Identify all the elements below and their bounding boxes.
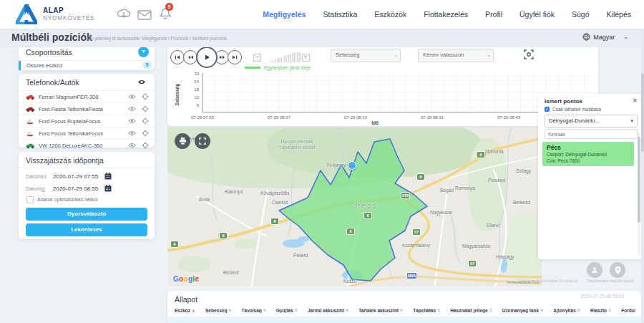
locate-icon[interactable] xyxy=(142,117,149,125)
column-header[interactable]: Jármű akkuszint⇅ xyxy=(308,308,348,313)
visible-only-label: Csak láthatók mutatása xyxy=(552,107,601,112)
eye-icon[interactable] xyxy=(128,94,136,100)
result-address: Cím: Pécs 7600 xyxy=(547,158,580,163)
nav-ugyfel-fiok[interactable]: Ügyfél fiók xyxy=(519,10,555,19)
map-label: Nagykozár xyxy=(430,210,452,215)
map-fullscreen-button[interactable] xyxy=(195,133,210,149)
nav-statisztika[interactable]: Statisztika xyxy=(323,10,357,19)
rewind-button[interactable] xyxy=(183,50,197,64)
close-icon[interactable]: × xyxy=(633,97,637,105)
device-select[interactable]: Kérem válasszon ⌄ xyxy=(418,49,494,62)
result-group: Csoport: Délnyugat-Dunántúl xyxy=(547,152,607,157)
map-print-button[interactable] xyxy=(175,133,190,149)
column-header[interactable]: Sebesség⇅ xyxy=(205,308,232,313)
locate-icon[interactable] xyxy=(142,93,149,100)
nav-sugo[interactable]: Súgó xyxy=(572,10,590,19)
breadcrumb: Ön jelenleg itt tartózkodik: Megfigyelés… xyxy=(87,36,227,41)
column-header[interactable]: Üzemanyag tank⇅ xyxy=(502,308,544,313)
nav-kilepes[interactable]: Kilépés xyxy=(607,10,631,19)
page-scrollbar-thumb[interactable] xyxy=(641,73,644,152)
optimize-checkbox[interactable] xyxy=(26,196,34,203)
quick-select-button[interactable]: Gyorsválasztó xyxy=(26,208,147,221)
region-select[interactable]: Délnyugat-Dunántú... ▾ xyxy=(545,115,638,127)
calendar-icon[interactable] xyxy=(104,185,112,192)
eye-icon[interactable] xyxy=(128,143,136,148)
location-pin-icon[interactable] xyxy=(610,262,625,278)
column-header[interactable]: Ajtónyitás⇅ xyxy=(553,308,580,313)
map-label: Boda xyxy=(199,197,210,202)
table-row[interactable] xyxy=(167,317,641,323)
footer-link-info[interactable]: Tájékoztató bejelentések xyxy=(587,279,634,283)
nav-eszkozok[interactable]: Eszközök xyxy=(374,10,406,19)
locate-icon[interactable] xyxy=(142,105,149,112)
sort-icon: ⇅ xyxy=(608,309,611,312)
x-tick: 07-29 08:07 xyxy=(268,115,291,120)
top-header: ALAP NYOMKÖVETÉS 5 Megfigyelés Statiszti… xyxy=(0,0,644,29)
speed-ramp-slider[interactable] xyxy=(271,52,301,62)
device-row[interactable]: VW 1200 DeLuxeAKC-360 xyxy=(19,139,155,151)
search-input[interactable] xyxy=(545,129,638,139)
panel-scrollbar-thumb[interactable] xyxy=(638,137,640,223)
chevron-down-icon: ⌄ xyxy=(394,49,398,61)
skip-start-button[interactable] xyxy=(170,50,185,64)
column-header[interactable]: Tápellátás⇅ xyxy=(413,308,440,313)
date-to-value[interactable]: 2020-07-29 08:55 xyxy=(53,185,98,192)
app-logo-icon[interactable] xyxy=(16,4,37,24)
speed-minus-button[interactable]: − xyxy=(253,54,261,62)
column-header[interactable]: Eszköz▲ xyxy=(175,308,195,313)
column-header[interactable]: Gyújtás⇅ xyxy=(276,308,298,313)
play-button[interactable] xyxy=(196,47,218,68)
known-point-zone-polygon[interactable] xyxy=(279,139,427,281)
divider xyxy=(19,168,155,168)
device-row[interactable]: Ford Focus RuptelaFocus xyxy=(19,115,155,127)
column-header[interactable]: Tartalék akkuszint⇅ xyxy=(358,308,403,313)
x-axis-label: Idő xyxy=(371,120,379,125)
page-scrollbar[interactable] xyxy=(641,30,644,323)
device-name: Ford Fiesta TeltonikaFiesta xyxy=(39,106,103,112)
car-icon xyxy=(25,94,35,100)
eye-icon[interactable] xyxy=(128,130,136,136)
column-header[interactable]: Használat jellege⇅ xyxy=(450,308,492,313)
grouping-collapse-button[interactable]: ▾ xyxy=(138,47,149,57)
device-row[interactable]: Ford Fiesta TeltonikaFiesta xyxy=(19,102,155,115)
column-header[interactable]: Fordulatszám⇅ xyxy=(621,308,635,313)
road-shield: 6 xyxy=(270,218,279,225)
eye-icon[interactable] xyxy=(128,118,136,124)
language-selector[interactable]: Magyar ⌄ xyxy=(582,33,628,41)
eye-icon[interactable] xyxy=(128,106,136,112)
cloud-download-icon[interactable] xyxy=(117,7,131,20)
column-header[interactable]: Távolság⇅ xyxy=(242,308,266,313)
sort-icon: ⇅ xyxy=(295,309,298,312)
device-name: VW 1200 DeLuxeAKC-360 xyxy=(39,143,102,149)
speed-chart: 30 24 18 12 6 07-29 07:55 07-29 08:07 07… xyxy=(167,69,598,126)
support-contact-icon[interactable] xyxy=(587,262,602,278)
skip-end-button[interactable] xyxy=(228,50,242,64)
locate-icon[interactable] xyxy=(142,142,149,149)
nav-flottakezeles[interactable]: Flottakezelés xyxy=(424,10,468,19)
tv-tower-marker[interactable] xyxy=(348,161,356,170)
logo-subtitle: NYOMKÖVETÉS xyxy=(43,14,94,21)
map-label: Nyugat-Mecsek Tájvédelmi körzet xyxy=(273,139,321,150)
speed-select[interactable]: Sebesség ⌄ xyxy=(331,49,401,62)
known-point-result[interactable]: Pécs Csoport: Délnyugat-Dunántúl Cím: Pé… xyxy=(542,142,634,166)
status-title: Állapot xyxy=(175,295,197,304)
sort-icon: ⇅ xyxy=(540,309,543,312)
speed-plus-button[interactable]: + xyxy=(302,54,310,62)
eye-icon[interactable] xyxy=(137,79,146,85)
google-logo: Google xyxy=(173,275,199,283)
device-row[interactable]: Ford Focus TeltonikaFocus xyxy=(19,127,155,139)
mail-icon[interactable] xyxy=(137,9,152,21)
route-area-icon[interactable] xyxy=(522,48,535,61)
all-devices-row[interactable]: Összes eszköz 5 xyxy=(19,61,157,70)
visible-only-checkbox[interactable]: ✓ xyxy=(545,107,550,112)
column-header[interactable]: Riasztó⇅ xyxy=(590,308,611,313)
nav-megfigyeles[interactable]: Megfigyelés xyxy=(263,10,306,19)
date-from-value[interactable]: 2020-07-29 07:55 xyxy=(53,173,98,180)
query-button[interactable]: Lekérdezés xyxy=(26,223,147,236)
locate-icon[interactable] xyxy=(142,130,149,137)
device-row[interactable]: Ferrari MagnumFER-308 xyxy=(19,90,155,102)
map-label: Pereked xyxy=(488,178,505,183)
calendar-icon[interactable] xyxy=(104,173,112,180)
map-canvas[interactable]: Hetvehely Nyugat-Mecsek Tájvédelmi körze… xyxy=(167,127,542,286)
nav-profil[interactable]: Profil xyxy=(485,10,502,19)
